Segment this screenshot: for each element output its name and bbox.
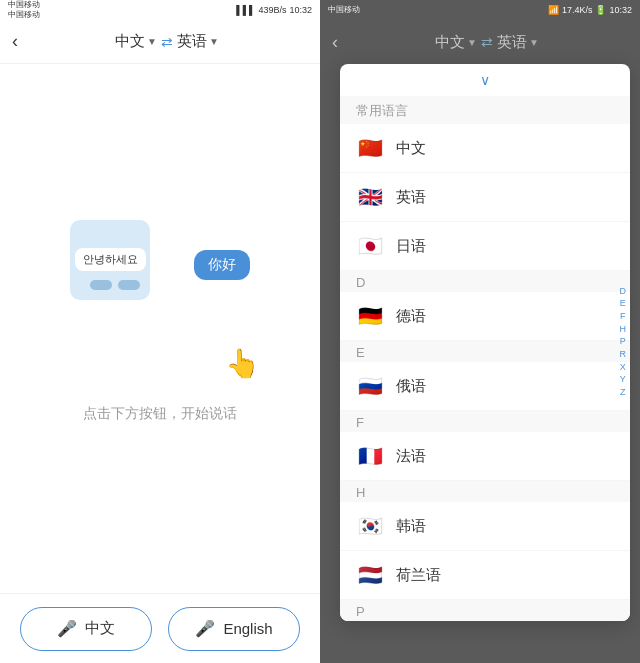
mic-icon-right: 🎤 [195,619,215,638]
status-bar-right: 中国移动 📶 17.4K/s 🔋 10:32 [320,0,640,20]
swap-icon-right[interactable]: ⇄ [481,34,493,50]
source-lang-arrow-left: ▼ [147,36,157,47]
alpha-r[interactable]: R [620,349,627,361]
main-content-left: Hello 你好 안녕하세요 👆 点击下方按钮，开始说话 [0,64,320,593]
time-left: 10:32 [289,5,312,15]
target-lang-left[interactable]: 英语 ▼ [177,32,219,51]
chinese-mic-button[interactable]: 🎤 中文 [20,607,152,651]
section-common: 常用语言 [340,96,630,124]
alpha-e[interactable]: E [620,299,627,311]
section-p: P [340,600,630,621]
alpha-p[interactable]: P [620,337,627,349]
carrier-info-left: 中国移动 中国移动 [8,0,40,19]
hint-text: 点击下方按钮，开始说话 [83,405,237,423]
btn-right-label: English [223,620,272,637]
target-lang-arrow-right: ▼ [529,37,539,48]
status-bar-left: 中国移动 中国移动 ▌▌▌ 439B/s 10:32 [0,0,320,20]
section-d: D [340,271,630,292]
wifi-icon: 📶 [548,5,559,15]
swap-icon-left[interactable]: ⇄ [161,34,173,50]
carrier1-left: 中国移动 [8,0,40,10]
lang-selector-right: 中文 ▼ ⇄ 英语 ▼ [346,33,628,52]
flag-korean: 🇰🇷 [356,514,384,538]
bubble-nihao: 你好 [194,250,250,280]
header-left: ‹ 中文 ▼ ⇄ 英语 ▼ [0,20,320,64]
dropdown-chevron: ∨ [340,64,630,96]
carrier-info-right: 中国移动 [328,5,360,15]
lang-item-dutch[interactable]: 🇳🇱 荷兰语 [340,551,630,600]
hand-icon: 👆 [225,347,260,380]
lang-item-french[interactable]: 🇫🇷 法语 [340,432,630,481]
flag-french: 🇫🇷 [356,444,384,468]
korean-text: 안녕하세요 [75,248,146,271]
lang-name-english: 英语 [396,188,426,207]
flag-dutch: 🇳🇱 [356,563,384,587]
battery-icon: 🔋 [595,5,606,15]
right-panel: 中国移动 📶 17.4K/s 🔋 10:32 ‹ 中文 ▼ ⇄ 英语 ▼ ∨ 常… [320,0,640,663]
phone-btn-1 [90,280,112,290]
flag-japanese: 🇯🇵 [356,234,384,258]
section-h: H [340,481,630,502]
status-icons-right: 📶 17.4K/s 🔋 10:32 [548,5,632,15]
phone-illustration: 안녕하세요 [70,220,150,300]
alpha-h[interactable]: H [620,324,627,336]
lang-selector-left: 中文 ▼ ⇄ 英语 ▼ [26,32,308,51]
flag-german: 🇩🇪 [356,304,384,328]
source-lang-right[interactable]: 中文 ▼ [435,33,477,52]
carrier-right: 中国移动 [328,5,360,15]
signal-icon: ▌▌▌ [236,5,255,15]
speed-right: 17.4K/s [562,5,593,15]
lang-name-korean: 韩语 [396,517,426,536]
alpha-index[interactable]: D E F H P R X Y Z [620,286,627,399]
target-lang-arrow-left: ▼ [209,36,219,47]
translation-visual: Hello 你好 안녕하세요 👆 [60,215,260,385]
source-lang-left[interactable]: 中文 ▼ [115,32,157,51]
lang-name-russian: 俄语 [396,377,426,396]
lang-name-french: 法语 [396,447,426,466]
back-button-right[interactable]: ‹ [332,32,338,53]
lang-item-japanese[interactable]: 🇯🇵 日语 [340,222,630,271]
flag-english: 🇬🇧 [356,185,384,209]
alpha-x[interactable]: X [620,362,627,374]
alpha-d[interactable]: D [620,286,627,298]
lang-item-german[interactable]: 🇩🇪 德语 [340,292,630,341]
english-mic-button[interactable]: 🎤 English [168,607,300,651]
carrier2-left: 中国移动 [8,10,40,20]
back-button-left[interactable]: ‹ [12,31,18,52]
lang-name-japanese: 日语 [396,237,426,256]
lang-item-chinese[interactable]: 🇨🇳 中文 [340,124,630,173]
status-icons-left: ▌▌▌ 439B/s 10:32 [236,5,312,15]
target-lang-right[interactable]: 英语 ▼ [497,33,539,52]
section-e: E [340,341,630,362]
mic-icon-left: 🎤 [57,619,77,638]
left-panel: 中国移动 中国移动 ▌▌▌ 439B/s 10:32 ‹ 中文 ▼ ⇄ 英语 ▼… [0,0,320,663]
lang-item-korean[interactable]: 🇰🇷 韩语 [340,502,630,551]
lang-name-dutch: 荷兰语 [396,566,441,585]
flag-chinese: 🇨🇳 [356,136,384,160]
lang-item-russian[interactable]: 🇷🇺 俄语 [340,362,630,411]
phone-buttons [90,280,140,290]
lang-name-chinese: 中文 [396,139,426,158]
lang-name-german: 德语 [396,307,426,326]
alpha-f[interactable]: F [620,311,627,323]
bottom-bar-left: 🎤 中文 🎤 English [0,593,320,663]
flag-russian: 🇷🇺 [356,374,384,398]
speed-left: 439B/s [258,5,286,15]
section-f: F [340,411,630,432]
phone-btn-2 [118,280,140,290]
alpha-z[interactable]: Z [620,387,627,399]
alpha-y[interactable]: Y [620,375,627,387]
lang-item-english[interactable]: 🇬🇧 英语 [340,173,630,222]
header-right: ‹ 中文 ▼ ⇄ 英语 ▼ [320,20,640,64]
source-lang-arrow-right: ▼ [467,37,477,48]
time-right: 10:32 [609,5,632,15]
btn-left-label: 中文 [85,619,115,638]
language-dropdown[interactable]: ∨ 常用语言 🇨🇳 中文 🇬🇧 英语 🇯🇵 日语 D 🇩🇪 德语 E 🇷🇺 俄语… [340,64,630,621]
